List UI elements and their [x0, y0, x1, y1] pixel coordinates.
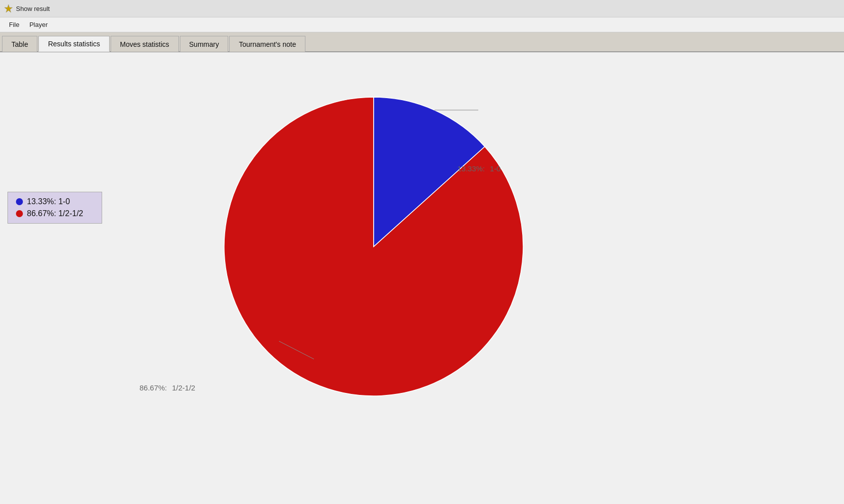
tab-bar: Table Results statistics Moves statistic… [0, 32, 844, 52]
pie-label-red-result: 1/2-1/2 [172, 383, 195, 392]
pie-label-blue-result: 1-0 [490, 164, 501, 173]
pie-chart-container [199, 72, 548, 421]
legend-dot-blue [16, 198, 23, 205]
svg-marker-0 [4, 4, 12, 12]
pie-label-red: 86.67%: 1/2-1/2 [140, 383, 195, 392]
legend-label-red: 86.67%: 1/2-1/2 [27, 209, 83, 218]
main-content: 13.33%: 1-0 86.67%: 1/2-1/2 [0, 52, 844, 504]
tab-moves-statistics[interactable]: Moves statistics [111, 36, 179, 52]
tab-tournament-note[interactable]: Tournament's note [229, 36, 305, 52]
pie-chart-svg [199, 72, 548, 421]
pie-label-blue-percent: 13.33%: [457, 164, 485, 173]
tab-results-statistics[interactable]: Results statistics [38, 36, 109, 52]
tab-summary[interactable]: Summary [180, 36, 229, 52]
trophy-icon [4, 4, 13, 13]
pie-label-red-percent: 86.67%: [140, 383, 167, 392]
menu-file[interactable]: File [4, 19, 24, 30]
menu-bar: File Player [0, 17, 844, 32]
title-bar-text: Show result [16, 5, 50, 12]
legend-box: 13.33%: 1-0 86.67%: 1/2-1/2 [7, 192, 102, 224]
menu-player[interactable]: Player [24, 19, 53, 30]
tab-table[interactable]: Table [2, 36, 37, 52]
title-bar: Show result [0, 0, 844, 17]
legend-item-red: 86.67%: 1/2-1/2 [16, 209, 94, 218]
legend-item-blue: 13.33%: 1-0 [16, 197, 94, 206]
pie-label-blue: 13.33%: 1-0 [457, 164, 501, 173]
legend-dot-red [16, 210, 23, 217]
legend-label-blue: 13.33%: 1-0 [27, 197, 70, 206]
